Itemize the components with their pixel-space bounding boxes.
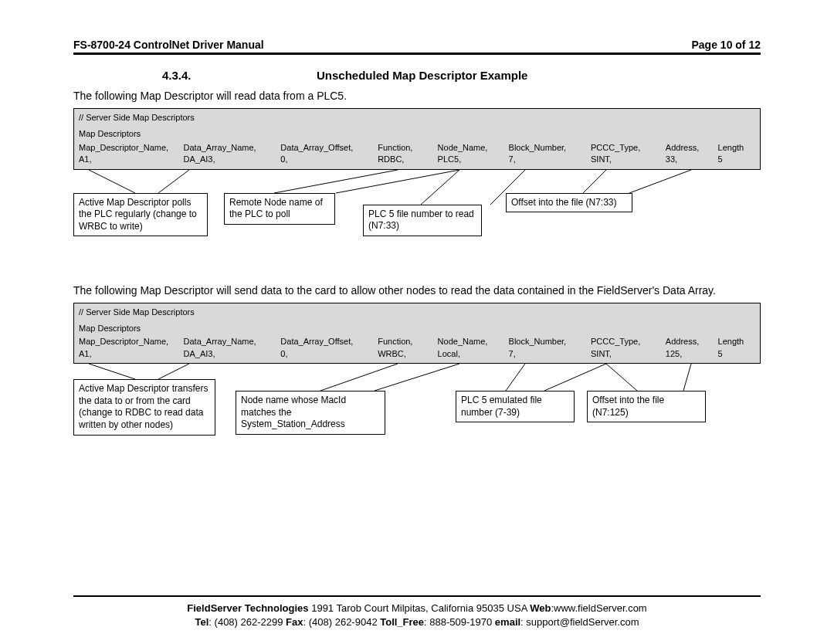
callout-active-map-2: Active Map Descriptor transfers the data… bbox=[73, 379, 215, 435]
col-header: Length bbox=[718, 142, 755, 154]
col-header: Length bbox=[718, 336, 755, 347]
section-number: 4.3.4. bbox=[73, 69, 317, 82]
callout-file-number: PLC 5 file number to read (N7:33) bbox=[363, 205, 482, 236]
col-header: Map_Descriptor_Name, bbox=[79, 336, 184, 347]
code-label: Map Descriptors bbox=[79, 323, 755, 334]
footer-fax-label: Fax bbox=[286, 616, 303, 628]
col-value: DA_AI3, bbox=[184, 154, 281, 165]
page-header: FS-8700-24 ControlNet Driver Manual Page… bbox=[73, 0, 761, 53]
footer-fax: : (408) 262-9042 bbox=[303, 616, 380, 628]
col-value: SINT, bbox=[591, 154, 666, 165]
header-page: Page 10 of 12 bbox=[692, 39, 761, 51]
svg-line-2 bbox=[274, 170, 398, 193]
footer-email-label: email bbox=[495, 616, 520, 628]
col-value: PLC5, bbox=[438, 154, 509, 165]
col-value: RDBC, bbox=[378, 154, 437, 165]
footer-address: 1991 Tarob Court Milpitas, California 95… bbox=[309, 602, 531, 614]
svg-line-4 bbox=[421, 170, 459, 205]
callout-node-macid: Node name whose MacId matches the System… bbox=[236, 391, 385, 435]
svg-line-13 bbox=[544, 364, 606, 391]
col-header: PCCC_Type, bbox=[591, 336, 666, 347]
code-box-1: // Server Side Map Descriptors Map Descr… bbox=[73, 108, 761, 170]
svg-line-12 bbox=[506, 364, 525, 391]
callout-emulated-file: PLC 5 emulated file number (7-39) bbox=[456, 391, 575, 422]
code-comment: // Server Side Map Descriptors bbox=[79, 307, 755, 318]
footer-toll: : 888-509-1970 bbox=[424, 616, 495, 628]
annotation-area-1: Active Map Descriptor polls the PLC regu… bbox=[73, 170, 761, 270]
col-header: Function, bbox=[378, 336, 437, 347]
col-value: 7, bbox=[509, 348, 591, 360]
svg-line-10 bbox=[320, 364, 398, 391]
svg-line-11 bbox=[375, 364, 459, 391]
col-value: 7, bbox=[509, 154, 591, 165]
col-value: 125, bbox=[666, 348, 718, 360]
header-rule bbox=[73, 53, 761, 55]
callout-offset-2: Offset into the file (N7:125) bbox=[587, 391, 706, 422]
svg-line-9 bbox=[158, 364, 189, 379]
col-header: Data_Array_Name, bbox=[184, 142, 281, 154]
code-value-row: A1, DA_AI3, 0, RDBC, PLC5, 7, SINT, 33, … bbox=[79, 154, 755, 165]
footer-email: : support@fieldServer.com bbox=[520, 616, 639, 628]
section-heading: 4.3.4. Unscheduled Map Descriptor Exampl… bbox=[73, 69, 761, 82]
intro-text-1: The following Map Descriptor will read d… bbox=[73, 90, 761, 102]
col-value: 0, bbox=[280, 348, 378, 360]
footer-rule bbox=[73, 595, 761, 597]
col-value: 5 bbox=[718, 154, 755, 165]
code-header-row: Map_Descriptor_Name, Data_Array_Name, Da… bbox=[79, 142, 755, 154]
footer-web-label: Web bbox=[530, 602, 551, 614]
col-value: A1, bbox=[79, 348, 184, 360]
col-header: PCCC_Type, bbox=[591, 142, 666, 154]
code-label: Map Descriptors bbox=[79, 128, 755, 140]
code-header-row: Map_Descriptor_Name, Data_Array_Name, Da… bbox=[79, 336, 755, 347]
col-header: Block_Number, bbox=[509, 142, 591, 154]
code-value-row: A1, DA_AI3, 0, WRBC, Local, 7, SINT, 125… bbox=[79, 348, 755, 360]
col-header: Node_Name, bbox=[438, 142, 509, 154]
col-value: 0, bbox=[280, 154, 378, 165]
callout-remote-node: Remote Node name of the PLC to poll bbox=[224, 193, 335, 225]
col-header: Node_Name, bbox=[438, 336, 509, 347]
footer-web: :www.fieldServer.com bbox=[551, 602, 646, 614]
col-header: Address, bbox=[666, 142, 718, 154]
svg-line-1 bbox=[158, 170, 189, 193]
section-title: Unscheduled Map Descriptor Example bbox=[317, 69, 527, 82]
col-value: Local, bbox=[438, 348, 509, 360]
code-box-2: // Server Side Map Descriptors Map Descr… bbox=[73, 303, 761, 364]
col-value: 33, bbox=[666, 154, 718, 165]
col-header: Map_Descriptor_Name, bbox=[79, 142, 184, 154]
col-header: Function, bbox=[378, 142, 437, 154]
col-header: Block_Number, bbox=[509, 336, 591, 347]
col-value: 5 bbox=[718, 348, 755, 360]
col-header: Data_Array_Offset, bbox=[280, 142, 378, 154]
col-value: A1, bbox=[79, 154, 184, 165]
col-header: Data_Array_Offset, bbox=[280, 336, 378, 347]
footer-company: FieldServer Technologies bbox=[187, 602, 308, 614]
footer-tel-label: Tel bbox=[195, 616, 209, 628]
header-title: FS-8700-24 ControlNet Driver Manual bbox=[73, 39, 264, 51]
svg-line-15 bbox=[683, 364, 691, 391]
footer-toll-label: Toll_Free bbox=[380, 616, 424, 628]
page-footer: FieldServer Technologies 1991 Tarob Cour… bbox=[73, 602, 761, 629]
col-value: SINT, bbox=[591, 348, 666, 360]
svg-line-14 bbox=[606, 364, 637, 391]
footer-tel: : (408) 262-2299 bbox=[208, 616, 286, 628]
col-header: Address, bbox=[666, 336, 718, 347]
code-comment: // Server Side Map Descriptors bbox=[79, 112, 755, 124]
svg-line-6 bbox=[583, 170, 606, 193]
svg-line-0 bbox=[89, 170, 135, 193]
callout-offset: Offset into the file (N7:33) bbox=[506, 193, 632, 213]
col-value: WRBC, bbox=[378, 348, 437, 360]
svg-line-7 bbox=[629, 170, 691, 193]
annotation-area-2: Active Map Descriptor transfers the data… bbox=[73, 364, 761, 464]
col-value: DA_AI3, bbox=[184, 348, 281, 360]
intro-text-2: The following Map Descriptor will send d… bbox=[73, 284, 761, 297]
svg-line-8 bbox=[89, 364, 135, 379]
svg-line-3 bbox=[336, 170, 459, 193]
callout-active-map: Active Map Descriptor polls the PLC regu… bbox=[73, 193, 208, 237]
col-header: Data_Array_Name, bbox=[184, 336, 281, 347]
